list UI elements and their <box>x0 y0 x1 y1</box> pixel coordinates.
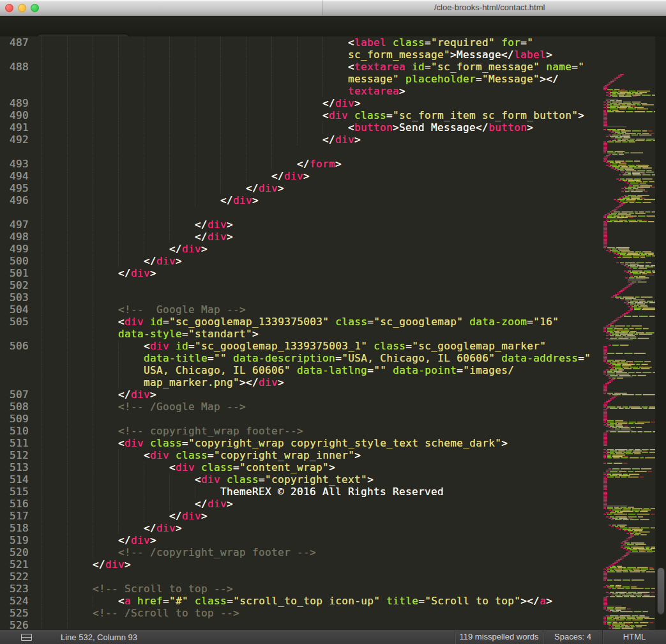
code-row[interactable]: 493</form> <box>0 158 602 170</box>
code-row[interactable]: 490<div class="sc_form_item sc_form_butt… <box>0 109 602 121</box>
code-row[interactable]: 503 <box>0 291 602 303</box>
indent-guide <box>220 146 221 158</box>
code-row[interactable]: sc_form_message">Message</label> <box>0 49 602 61</box>
code-token: div <box>259 376 278 388</box>
code-token: "#" <box>169 595 188 607</box>
code-row[interactable]: 507</div> <box>0 388 602 401</box>
indent-guide <box>297 134 298 146</box>
code-row[interactable]: data-title="" data-description="USA, Chi… <box>0 352 602 364</box>
indent-guide <box>297 61 298 73</box>
code-row[interactable]: map_marker.png"></div> <box>0 376 602 388</box>
status-bar: Line 532, Column 93 119 misspelled words… <box>0 629 666 644</box>
code-row[interactable]: 526 <box>0 619 602 629</box>
code-row[interactable]: 491<button>Send Message</button> <box>0 121 602 134</box>
code-row[interactable]: 487<label class="required" for=" <box>0 36 602 49</box>
code-row[interactable]: 499</div> <box>0 243 602 255</box>
code-row[interactable]: 521</div> <box>0 558 602 571</box>
code-token <box>399 73 405 85</box>
zoom-window-button[interactable] <box>31 4 39 12</box>
indent-guide <box>144 206 144 218</box>
code-row[interactable]: 522 <box>0 571 602 583</box>
line-number: 499 <box>0 243 29 255</box>
code-row[interactable]: 502 <box>0 279 602 291</box>
minimize-window-button[interactable] <box>18 4 26 12</box>
code-token: = <box>571 61 578 73</box>
indent-guide <box>118 498 119 510</box>
code-row[interactable]: 494</div> <box>0 170 602 182</box>
code-token: > <box>450 49 457 61</box>
code-row[interactable]: 513<div class="content_wrap"> <box>0 461 602 473</box>
scrollbar-thumb[interactable] <box>657 567 665 615</box>
indent-guide <box>144 134 144 146</box>
syntax-indicator[interactable]: HTML <box>602 630 666 644</box>
code-row[interactable]: 506<div id="sc_googlemap_1339375003_1" c… <box>0 340 602 352</box>
code-row[interactable]: 510<!-- copyright_wrap footer--> <box>0 425 602 437</box>
indent-guide <box>67 583 68 595</box>
code-row[interactable]: textarea> <box>0 85 602 97</box>
code-token: = <box>259 473 265 486</box>
code-row[interactable]: 508<!-- /Google Map --> <box>0 401 602 413</box>
code-row[interactable]: 498</div> <box>0 231 602 243</box>
code-row[interactable]: 504<!-- Google Map --> <box>0 303 602 316</box>
code-row[interactable]: 525<!-- /Scroll to top --> <box>0 607 602 619</box>
code-row[interactable]: 517</div> <box>0 510 602 522</box>
code-row[interactable]: 514<div class="copyright_text"> <box>0 473 602 486</box>
code-row[interactable]: 492</div> <box>0 134 602 146</box>
code-token: = <box>527 316 533 328</box>
code-row[interactable]: 515ThemeREX © 2016 All Rights Reserved <box>0 486 602 498</box>
code-token: </ <box>169 510 182 522</box>
code-row[interactable]: 511<div class="copyright_wrap copyright_… <box>0 437 602 449</box>
code-row[interactable] <box>0 206 602 218</box>
code-row[interactable]: 501</div> <box>0 267 602 279</box>
code-token: Message <box>457 49 501 61</box>
code-row[interactable]: 495</div> <box>0 182 602 194</box>
code-row[interactable]: 496</div> <box>0 194 602 206</box>
code-row[interactable]: 520<!-- /copyright_wrap footer --> <box>0 546 602 558</box>
code-row[interactable]: 497</div> <box>0 218 602 231</box>
close-window-button[interactable] <box>5 4 13 12</box>
code-row[interactable]: 488<textarea id="sc_form_message" name=" <box>0 61 602 73</box>
code-row[interactable]: 489</div> <box>0 97 602 109</box>
indent-guide <box>42 461 42 473</box>
code-row[interactable] <box>0 146 602 158</box>
code-token: > <box>150 267 156 279</box>
indentation-indicator[interactable]: Spaces: 4 <box>543 630 602 644</box>
code-row[interactable]: 524<a href="#" class="scroll_to_top icon… <box>0 595 602 607</box>
indent-guide <box>67 534 68 546</box>
indent-guide <box>93 461 93 473</box>
code-token: div <box>131 267 150 279</box>
indent-guide <box>93 546 93 558</box>
indent-guide <box>118 218 119 231</box>
code-row[interactable]: 523<!-- Scroll to top --> <box>0 583 602 595</box>
code-token: < <box>169 461 176 473</box>
code-row[interactable]: data-style="standart"> <box>0 328 602 340</box>
code-token: </ <box>297 158 310 170</box>
code-row[interactable]: 519</div> <box>0 534 602 546</box>
code-row[interactable]: 512<div class="copyright_wrap_inner"> <box>0 449 602 461</box>
indent-guide <box>271 36 272 49</box>
indent-guide <box>144 146 144 158</box>
code-token: > <box>329 461 335 473</box>
line-number: 507 <box>0 388 29 401</box>
indent-guide <box>195 146 195 158</box>
code-row[interactable]: 500</div> <box>0 255 602 267</box>
code-editor[interactable]: 487<label class="required" for="sc_form_… <box>0 36 666 629</box>
scrollbar-track[interactable] <box>655 36 666 629</box>
code-rows[interactable]: 487<label class="required" for="sc_form_… <box>0 36 602 629</box>
indent-guide <box>42 413 42 425</box>
code-row[interactable]: 509 <box>0 413 602 425</box>
indent-guide <box>67 340 68 352</box>
code-row[interactable]: 505<div id="sc_googlemap_1339375003" cla… <box>0 316 602 328</box>
indent-guide <box>42 231 42 243</box>
code-row[interactable]: 516</div> <box>0 498 602 510</box>
code-token <box>329 316 335 328</box>
code-token: div <box>182 243 201 255</box>
indent-guide <box>42 73 42 85</box>
code-line: <div class="sc_form_item sc_form_button"… <box>322 109 584 121</box>
code-token: > <box>546 49 552 61</box>
code-row[interactable]: message" placeholder="Message"></ <box>0 73 602 85</box>
code-token: div <box>201 473 220 486</box>
code-row[interactable]: 518</div> <box>0 522 602 534</box>
code-row[interactable]: USA, Chicago, IL 60606" data-latlng="" d… <box>0 364 602 376</box>
indent-guide <box>297 49 298 61</box>
